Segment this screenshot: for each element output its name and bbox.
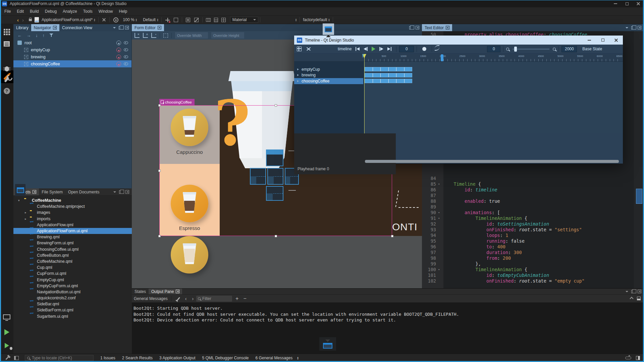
maximize-button[interactable]	[621, 0, 633, 7]
next-item-icon[interactable]: ›	[189, 296, 196, 301]
menu-help[interactable]: Help	[116, 8, 130, 15]
tab-form-editor[interactable]: Form Editor	[132, 24, 164, 31]
eye-icon[interactable]	[124, 41, 128, 44]
material-dropdown[interactable]: Material	[230, 17, 258, 23]
timeline-track-emptyCup[interactable]: emptyCup	[294, 66, 363, 72]
close-icon[interactable]	[158, 26, 161, 29]
base-state-label[interactable]: Base State	[582, 47, 602, 51]
close-button[interactable]	[609, 36, 623, 45]
split-icon[interactable]	[119, 26, 122, 29]
locator-input[interactable]: Type to locate (Ctrl+K)	[25, 355, 94, 361]
chevron-down-icon[interactable]	[626, 27, 628, 28]
snapping-anchors-icon[interactable]: A	[143, 33, 148, 38]
tab-states[interactable]: States	[132, 289, 149, 294]
third-cup-image[interactable]	[171, 236, 208, 274]
debug-mode-icon[interactable]	[0, 63, 13, 74]
maximize-pane-icon[interactable]	[630, 297, 633, 300]
welcome-mode-icon[interactable]	[0, 26, 13, 38]
menu-file[interactable]: File	[1, 8, 14, 15]
maximize-button[interactable]	[596, 36, 609, 45]
go-back-button[interactable]: ‹	[15, 17, 20, 23]
navigator-item-root[interactable]: root	[13, 39, 131, 46]
playhead-handle[interactable]	[362, 54, 366, 58]
navigator-item-emptyCup[interactable]: emptyCup	[13, 46, 131, 53]
export-icon[interactable]	[116, 41, 121, 45]
output-panes-spinner[interactable]: ▴▾	[296, 356, 300, 360]
frame-field[interactable]: 0	[487, 46, 500, 52]
kit-selector[interactable]: factorydefault	[303, 17, 327, 22]
move-down-icon[interactable]: ↓	[36, 33, 38, 38]
curve-editor-icon[interactable]	[435, 47, 439, 51]
selection-handle[interactable]	[158, 170, 161, 172]
tab-navigator[interactable]: Navigator	[31, 24, 59, 31]
end-frame-field[interactable]: 2000	[561, 46, 577, 52]
timeline-track-choosingCoffee[interactable]: choosingCoffee	[294, 78, 363, 84]
editor-scrollbar[interactable]	[634, 31, 644, 288]
menu-tools[interactable]: Tools	[80, 8, 96, 15]
project-file-NavigationButton.ui.qml[interactable]: qmlNavigationButton.ui.qml	[13, 289, 132, 295]
close-pane-icon[interactable]	[125, 190, 129, 194]
qml-item-box[interactable]	[267, 168, 283, 185]
rows-icon[interactable]	[214, 18, 218, 22]
qml-item-box[interactable]	[266, 186, 283, 201]
edit-mode-icon[interactable]	[0, 38, 13, 50]
cup-cell-cappuccino[interactable]: Cappuccino	[159, 105, 220, 164]
document-spinner[interactable]: ▴▾	[93, 18, 97, 21]
menu-edit[interactable]: Edit	[14, 8, 27, 15]
tab-open-documents[interactable]: Open Documents	[65, 188, 102, 195]
close-button[interactable]	[633, 0, 644, 7]
fold-marker[interactable]: ▾	[438, 216, 440, 221]
navigator-item-brewing[interactable]: brewing	[13, 53, 131, 60]
slider-handle[interactable]	[514, 47, 517, 52]
minimize-button[interactable]	[610, 0, 621, 7]
debug-run-button[interactable]	[0, 340, 13, 351]
fold-marker[interactable]: ▾	[438, 210, 440, 216]
filter-icon[interactable]	[49, 33, 53, 37]
current-document-name[interactable]: ApplicationFlowForm.ui.qml*	[42, 17, 93, 22]
zoom-in-icon[interactable]	[553, 48, 556, 51]
move-up-icon[interactable]: ↑	[43, 33, 45, 38]
go-forward-button[interactable]: ›	[20, 17, 25, 23]
style-spinner[interactable]: ▴▾	[156, 18, 160, 21]
statusbar-button-issues[interactable]: 1 Issues	[97, 356, 119, 360]
override-height-field[interactable]: Override Height	[211, 32, 244, 39]
next-frame-button[interactable]	[377, 47, 385, 51]
transform-icon[interactable]	[165, 18, 170, 22]
chevron-down-icon[interactable]	[113, 27, 116, 28]
run-button[interactable]	[0, 326, 13, 338]
timeline-track-area[interactable]	[363, 62, 623, 133]
kit-selector-icon[interactable]	[0, 311, 13, 322]
tab-text-editor[interactable]: Text Editor	[422, 24, 452, 31]
navigator-item-choosingCoffee[interactable]: choosingCoffee	[13, 60, 131, 67]
menu-build[interactable]: Build	[27, 8, 42, 15]
eye-icon[interactable]	[124, 55, 128, 58]
cut-icon[interactable]	[306, 47, 311, 51]
scrollbar-handle[interactable]	[636, 189, 642, 204]
export-icon[interactable]	[116, 48, 121, 52]
fold-marker[interactable]: ▾	[438, 267, 440, 273]
chevron-down-icon[interactable]	[113, 191, 116, 193]
toggle-left-sidebar-icon[interactable]	[14, 356, 19, 360]
timeline-window[interactable]: DS Timeline - Qt Design Studio timeline …	[294, 36, 623, 164]
espresso-cup-image[interactable]	[171, 185, 208, 222]
move-right-icon[interactable]: →	[26, 33, 31, 38]
selection-handle[interactable]	[158, 104, 161, 107]
close-icon[interactable]	[176, 290, 179, 293]
close-pane-icon[interactable]	[416, 26, 419, 29]
prev-item-icon[interactable]: ‹	[182, 296, 190, 301]
split-icon[interactable]	[631, 26, 635, 29]
grid-icon[interactable]	[221, 18, 226, 22]
export-icon[interactable]	[116, 55, 121, 59]
bounds-icon[interactable]	[186, 18, 190, 22]
menu-debug[interactable]: Debug	[42, 8, 60, 15]
close-icon[interactable]	[33, 190, 36, 194]
zoom-spinner[interactable]: ▴▾	[135, 18, 139, 21]
to-end-button[interactable]	[385, 47, 393, 51]
close-icon[interactable]	[53, 26, 57, 29]
timeline-ruler[interactable]: 5001000150020002500300035004000450050005…	[294, 54, 623, 62]
split-icon[interactable]	[119, 190, 122, 194]
timeline-track-brewing[interactable]: brewing	[294, 72, 363, 78]
selection-handle[interactable]	[391, 235, 393, 237]
selection-handle[interactable]	[158, 235, 161, 237]
progress-indicator-icon[interactable]	[625, 357, 631, 359]
